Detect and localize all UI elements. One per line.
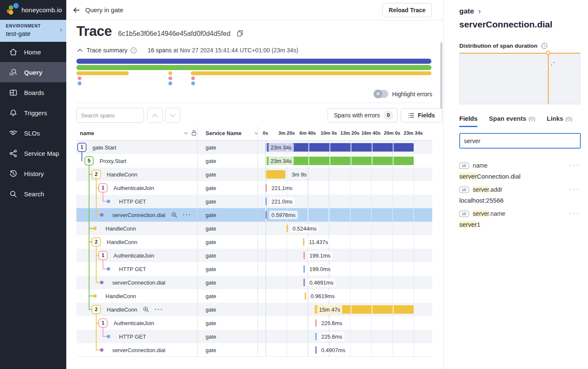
- span-count-badge[interactable]: 5: [84, 156, 94, 166]
- table-row[interactable]: 3m 9s2HandleConngate: [76, 168, 432, 181]
- field-value[interactable]: localhost:25566: [459, 197, 580, 204]
- span-name-cell[interactable]: Proxy.Start: [100, 154, 126, 168]
- field-menu-icon[interactable]: ···: [569, 188, 580, 191]
- sidebar-item-slos[interactable]: SLOs: [0, 123, 66, 143]
- table-row[interactable]: 221.1ms1AuthenticateJoingate: [76, 181, 432, 195]
- span-count-badge[interactable]: 1: [77, 143, 87, 152]
- field-value[interactable]: serverConnection.dial: [459, 173, 580, 180]
- scrollbar-thumb[interactable]: [440, 42, 442, 109]
- search-spans-input[interactable]: [76, 108, 144, 123]
- span-name-cell[interactable]: serverConnection.dial: [112, 276, 165, 289]
- next-match-button[interactable]: [165, 108, 180, 123]
- span-count-badge[interactable]: 2: [92, 170, 101, 179]
- span-duration-tick[interactable]: [266, 184, 267, 192]
- breadcrumb-service[interactable]: gate: [459, 7, 474, 16]
- span-name-cell[interactable]: HandleConn: [106, 222, 136, 235]
- axis-tick: 6m 40s: [299, 130, 316, 136]
- sidebar-item-service-map[interactable]: Service Map: [0, 143, 66, 163]
- span-name-cell[interactable]: HTTP GET: [119, 262, 146, 276]
- table-row[interactable]: 0.5976msserverConnection.dial···gate: [76, 208, 432, 222]
- span-count-badge[interactable]: 2: [92, 237, 101, 247]
- span-duration-tick[interactable]: [315, 333, 317, 340]
- table-row[interactable]: 23m 34s5Proxy.Startgate: [76, 154, 432, 168]
- span-name-cell[interactable]: serverConnection.dial···: [112, 208, 192, 222]
- span-duration-histogram[interactable]: [459, 53, 580, 104]
- fields-button[interactable]: Fields: [401, 108, 442, 122]
- prev-match-button[interactable]: [147, 108, 163, 123]
- table-row[interactable]: 23m 34s1gate.Startgate: [76, 141, 432, 154]
- span-duration-tick[interactable]: [303, 265, 305, 273]
- field-search-input[interactable]: [459, 133, 581, 149]
- table-row[interactable]: 0.5244msHandleConngate: [76, 222, 432, 235]
- sidebar-item-search[interactable]: Search: [0, 184, 66, 204]
- table-row[interactable]: 0.4907msserverConnection.dialgate: [76, 343, 432, 357]
- field-value[interactable]: server1: [459, 221, 580, 228]
- span-duration-tick[interactable]: [287, 225, 288, 232]
- tab-span-events[interactable]: Span events(0): [489, 115, 535, 127]
- sort-chevron-icon[interactable]: [184, 132, 188, 135]
- column-header-name[interactable]: name: [80, 130, 94, 136]
- span-count-badge[interactable]: 1: [98, 183, 108, 193]
- tab-fields[interactable]: Fields: [459, 115, 477, 127]
- span-name-cell[interactable]: AuthenticateJoin: [114, 249, 154, 262]
- field-menu-icon[interactable]: ···: [569, 164, 580, 167]
- sidebar-item-triggers[interactable]: Triggers: [0, 103, 66, 123]
- table-row[interactable]: 225.6ms1AuthenticateJoingate: [76, 316, 432, 330]
- honeycomb-logo[interactable]: honeycomb.io: [0, 0, 66, 20]
- table-row[interactable]: 199.0msHTTP GETgate: [76, 262, 432, 276]
- sidebar-item-query[interactable]: Query: [0, 62, 66, 82]
- span-count-badge[interactable]: 2: [92, 305, 101, 314]
- span-duration-tick[interactable]: [315, 346, 317, 354]
- table-row[interactable]: 225.6msHTTP GETgate: [76, 330, 432, 343]
- help-icon[interactable]: ?: [130, 47, 137, 54]
- reload-trace-button[interactable]: Reload Trace: [382, 3, 432, 17]
- span-name-cell[interactable]: HTTP GET: [119, 330, 146, 343]
- table-row[interactable]: 0.9619msHandleConngate: [76, 289, 432, 303]
- sidebar-item-history[interactable]: History: [0, 163, 66, 184]
- table-row[interactable]: 221.0msHTTP GETgate: [76, 195, 432, 208]
- table-row[interactable]: 15m 47s2HandleConn···gate: [76, 303, 432, 316]
- span-name-cell[interactable]: serverConnection.dial: [112, 343, 165, 357]
- span-duration-bar[interactable]: [266, 170, 285, 179]
- sidebar-item-home[interactable]: Home: [0, 42, 66, 62]
- span-duration-tick[interactable]: [315, 319, 317, 327]
- table-row[interactable]: 199.1ms1AuthenticateJoingate: [76, 249, 432, 262]
- span-duration-tick[interactable]: [303, 252, 305, 259]
- spans-with-errors-label: Spans with errors: [334, 112, 380, 119]
- span-duration-tick[interactable]: [266, 211, 267, 219]
- sidebar-item-boards[interactable]: Boards: [0, 82, 66, 103]
- span-duration-tick[interactable]: [303, 279, 305, 286]
- copy-icon[interactable]: [237, 30, 243, 37]
- spans-with-errors-button[interactable]: Spans with errors 0: [328, 108, 398, 122]
- zoom-in-icon[interactable]: [143, 306, 149, 313]
- environment-switcher[interactable]: ENVIRONMENT test-gate ›: [0, 20, 66, 42]
- span-name-cell[interactable]: AuthenticateJoin: [114, 181, 154, 195]
- highlight-errors-toggle[interactable]: ✕: [374, 90, 388, 98]
- help-icon[interactable]: ?: [541, 43, 547, 49]
- span-name-cell[interactable]: gate.Start: [92, 141, 116, 154]
- trace-summary-label[interactable]: Trace summary: [87, 47, 127, 54]
- back-arrow-icon[interactable]: [73, 6, 80, 14]
- span-name-cell[interactable]: HandleConn: [107, 168, 137, 181]
- span-count-badge[interactable]: 1: [98, 318, 108, 328]
- table-row[interactable]: 11.437s2HandleConngate: [76, 235, 432, 249]
- field-menu-icon[interactable]: ···: [569, 212, 580, 215]
- tab-links[interactable]: Links(0): [547, 115, 572, 127]
- span-name-cell[interactable]: AuthenticateJoin: [114, 316, 154, 330]
- span-name-cell[interactable]: HandleConn: [106, 289, 136, 303]
- span-duration-tick[interactable]: [266, 198, 267, 205]
- span-name-cell[interactable]: HandleConn: [107, 235, 137, 249]
- tree-connector-vertical: [103, 260, 103, 269]
- ellipsis-icon[interactable]: ···: [183, 213, 192, 217]
- ellipsis-icon[interactable]: ···: [154, 307, 163, 312]
- span-name-cell[interactable]: HTTP GET: [119, 195, 146, 208]
- zoom-in-icon[interactable]: [171, 212, 178, 218]
- trace-minimap[interactable]: [76, 59, 431, 86]
- span-name-cell[interactable]: HandleConn···: [107, 303, 163, 316]
- span-count-badge[interactable]: 1: [98, 251, 108, 260]
- span-duration-tick[interactable]: [303, 238, 304, 246]
- span-duration-tick[interactable]: [305, 292, 306, 300]
- collapse-chevron-icon[interactable]: [77, 49, 83, 52]
- table-row[interactable]: 0.4691msserverConnection.dialgate: [76, 276, 432, 289]
- column-header-service[interactable]: Service Name: [206, 130, 241, 136]
